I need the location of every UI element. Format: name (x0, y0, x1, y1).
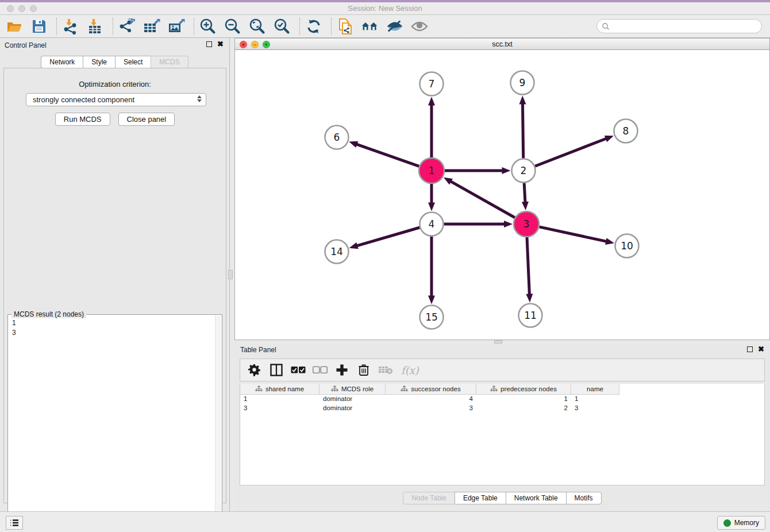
edge-arrowhead (444, 178, 453, 185)
tab-mcds[interactable]: MCDS (151, 56, 188, 68)
tab-network-table[interactable]: Network Table (506, 492, 566, 504)
close-table-panel-icon[interactable]: ✖ (758, 346, 764, 352)
select-all-checked-icon[interactable] (290, 361, 307, 379)
tree-icon (255, 385, 263, 393)
table-row[interactable]: 3dominator323 (240, 404, 764, 413)
export-network-icon[interactable] (118, 18, 136, 35)
status-bar: Memory (0, 511, 770, 532)
delete-column-icon[interactable] (355, 361, 372, 379)
hide-details-icon[interactable] (386, 18, 403, 35)
run-mcds-button[interactable]: Run MCDS (55, 113, 110, 126)
memory-button[interactable]: Memory (717, 516, 765, 530)
zoom-selected-icon[interactable] (274, 18, 291, 35)
export-table-icon[interactable] (143, 18, 160, 35)
edge-arrowhead (349, 242, 359, 249)
tab-network[interactable]: Network (41, 56, 83, 68)
table-cell[interactable]: dominator (319, 395, 386, 404)
graph-edge-3-1[interactable] (449, 181, 515, 218)
task-history-button[interactable] (6, 516, 23, 530)
table-cell[interactable]: 1 (240, 395, 319, 404)
network-overview-icon[interactable] (361, 18, 379, 35)
network-canvas[interactable]: 7968124314101511 (234, 50, 770, 340)
criterion-value: strongly connected component (33, 95, 134, 104)
edge-arrowhead (428, 296, 435, 304)
table-cell[interactable]: 2 (476, 404, 571, 413)
table-cell[interactable]: 3 (240, 404, 319, 413)
criterion-select[interactable]: strongly connected component (26, 93, 206, 106)
network-graph[interactable]: 7968124314101511 (235, 50, 769, 339)
edge-arrowhead (428, 203, 435, 211)
table-cell[interactable]: 3 (571, 404, 619, 413)
column-header[interactable]: MCDS role (319, 384, 386, 395)
mcds-result-title: MCDS result (2 nodes) (11, 310, 86, 318)
column-header-label: predecessor nodes (500, 385, 557, 392)
float-panel-icon[interactable] (206, 41, 212, 47)
clone-network-icon[interactable] (337, 18, 354, 35)
table-cell[interactable]: dominator (319, 404, 386, 413)
graph-node-label: 7 (429, 78, 435, 90)
tab-node-table[interactable]: Node Table (403, 492, 455, 504)
result-scrollbar[interactable] (215, 315, 221, 527)
graph-edge-2-8[interactable] (535, 138, 607, 166)
import-table-icon[interactable] (87, 18, 104, 35)
mcds-result-list[interactable]: 1 3 (9, 318, 215, 527)
graph-edge-4-14[interactable] (356, 228, 419, 246)
edge-arrowhead (605, 238, 614, 245)
main-toolbar (0, 15, 770, 38)
delete-table-icon[interactable] (377, 361, 394, 379)
memory-label: Memory (734, 519, 759, 527)
memory-status-icon (723, 519, 731, 527)
graph-node-label: 6 (334, 132, 340, 143)
table-cell[interactable]: 1 (476, 395, 571, 404)
zoom-in-icon[interactable] (199, 18, 217, 35)
column-header[interactable]: name (571, 384, 619, 395)
deselect-all-icon[interactable] (311, 361, 329, 379)
edge-arrowhead (522, 202, 529, 210)
settings-gear-icon[interactable] (246, 361, 263, 379)
toolbar-separator (56, 18, 57, 35)
add-column-icon[interactable] (333, 361, 351, 379)
close-panel-icon[interactable]: ✖ (217, 41, 224, 47)
export-image-icon[interactable] (168, 18, 185, 35)
save-session-icon[interactable] (30, 18, 48, 35)
graph-node-label: 10 (621, 240, 633, 252)
tab-motifs[interactable]: Motifs (566, 492, 602, 504)
edge-arrowhead (428, 97, 435, 106)
tab-edge-table[interactable]: Edge Table (455, 492, 506, 504)
refresh-view-icon[interactable] (305, 18, 322, 35)
select-stepper-icon (197, 95, 202, 102)
table-row[interactable]: 1dominator411 (240, 395, 764, 404)
function-builder-icon[interactable]: f(x) (401, 364, 419, 376)
show-details-icon[interactable] (411, 18, 428, 35)
network-window-titlebar[interactable]: × − + scc.txt (234, 38, 770, 50)
optimization-criterion-label: Optimization criterion: (4, 80, 226, 88)
vertical-splitter-handle[interactable] (228, 270, 233, 279)
column-header-label: name (587, 385, 603, 392)
column-header[interactable]: successor nodes (386, 384, 476, 395)
graph-edge-3-11[interactable] (527, 237, 529, 296)
close-panel-button[interactable]: Close panel (118, 113, 175, 126)
toolbar-separator (331, 18, 332, 35)
search-field[interactable] (596, 19, 762, 33)
column-header[interactable]: predecessor nodes (476, 384, 571, 395)
table-cell[interactable]: 3 (386, 404, 476, 413)
zoom-fit-icon[interactable] (249, 18, 266, 35)
import-network-icon[interactable] (62, 18, 79, 35)
open-session-icon[interactable] (6, 18, 23, 35)
float-table-panel-icon[interactable] (747, 346, 753, 352)
node-table[interactable]: shared nameMCDS rolesuccessor nodesprede… (240, 384, 765, 485)
tab-select[interactable]: Select (115, 56, 151, 68)
graph-edge-2-9[interactable] (522, 102, 523, 158)
table-cell[interactable]: 1 (571, 395, 619, 404)
graph-edge-3-10[interactable] (539, 227, 607, 242)
graph-edge-1-6[interactable] (356, 144, 419, 166)
search-input[interactable] (613, 22, 750, 30)
zoom-out-icon[interactable] (224, 18, 241, 35)
column-header[interactable]: shared name (240, 384, 319, 395)
graph-node-label: 1 (429, 165, 435, 176)
column-layout-icon[interactable] (268, 361, 285, 379)
table-cell[interactable]: 4 (386, 395, 476, 404)
graph-edge-2-3[interactable] (524, 183, 525, 203)
tab-style[interactable]: Style (83, 56, 115, 68)
edge-arrowhead (519, 95, 526, 104)
